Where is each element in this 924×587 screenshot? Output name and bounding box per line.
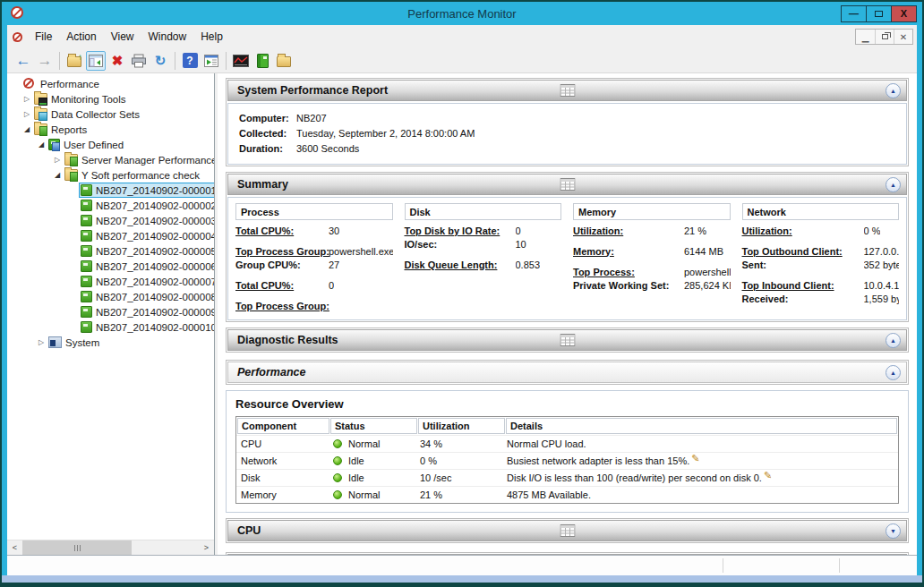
scrollbar-track[interactable] <box>22 540 199 555</box>
open-folder-button[interactable] <box>274 51 294 71</box>
field-label: Collected: <box>239 128 296 139</box>
mdi-window-controls: ▁ ✕ <box>855 29 913 45</box>
note-icon[interactable]: ✎ <box>764 470 772 481</box>
tree-horizontal-scrollbar[interactable]: < > <box>7 540 214 555</box>
collapse-button[interactable]: ▲ <box>886 83 901 98</box>
refresh-button[interactable]: ↻ <box>150 51 170 71</box>
expander-icon[interactable] <box>52 156 63 164</box>
menu-file[interactable]: File <box>28 28 59 46</box>
expander-icon[interactable] <box>52 171 63 179</box>
report-page-icon <box>81 321 92 333</box>
perfmon-icon <box>23 78 37 89</box>
column-header[interactable]: Component <box>237 418 329 434</box>
new-window-button[interactable] <box>201 51 221 71</box>
mdi-minimize-button[interactable]: ▁ <box>856 30 875 44</box>
tree-item-report-000009[interactable]: NB207_20140902-000009 <box>7 304 214 319</box>
menu-action[interactable]: Action <box>59 28 103 46</box>
performance-chart-button[interactable] <box>231 51 251 71</box>
menu-help[interactable]: Help <box>193 28 230 46</box>
tree-item-system[interactable]: System <box>7 335 214 350</box>
tree-item-report-000008[interactable]: NB207_20140902-000008 <box>7 289 214 304</box>
scroll-left-icon[interactable]: < <box>7 540 22 555</box>
tree-item-data-collector-sets[interactable]: Data Collector Sets <box>7 106 214 122</box>
summary-group-process: Process Total CPU%:30 Top Process Group:… <box>235 203 393 312</box>
table-header-row: Component Status Utilization Details <box>236 417 898 435</box>
monitoring-tools-icon <box>34 93 47 105</box>
tree-item-report-000006[interactable]: NB207_20140902-000006 <box>7 259 214 274</box>
expander-icon[interactable] <box>36 140 47 149</box>
expand-button[interactable]: ▼ <box>886 523 901 539</box>
tree-item-report-000003[interactable]: NB207_20140902-000003 <box>7 213 214 228</box>
collapse-button[interactable]: ▲ <box>886 333 901 348</box>
menu-bar: File Action View Window Help ▁ ✕ <box>7 25 917 48</box>
table-row[interactable]: CPU Normal 34 % Normal CPU load. <box>236 435 898 452</box>
tree-item-report-000010[interactable]: NB207_20140902-000010 <box>7 319 214 335</box>
column-header[interactable]: Utilization <box>418 418 505 434</box>
report-pane: System Performance Report ▲ Computer:NB2… <box>218 73 917 555</box>
status-idle-icon <box>333 456 342 465</box>
column-header[interactable]: Status <box>330 418 417 434</box>
print-button[interactable] <box>129 51 149 71</box>
tree-item-report-000001[interactable]: NB207_20140902-000001 <box>7 183 214 198</box>
tree-item-reports[interactable]: Reports <box>7 122 214 137</box>
tree-item-report-000007[interactable]: NB207_20140902-000007 <box>7 274 214 289</box>
report-page-icon <box>81 306 92 318</box>
tree-item-report-000002[interactable]: NB207_20140902-000002 <box>7 198 214 213</box>
mdi-restore-button[interactable] <box>875 30 894 44</box>
help-button[interactable]: ? <box>180 51 200 71</box>
tree-item-server-manager-performance[interactable]: Server Manager Performance <box>7 152 214 167</box>
open-folder-icon <box>277 56 291 67</box>
section-performance: Performance ▲ <box>226 360 909 385</box>
performance-chart-icon <box>233 55 249 67</box>
note-icon[interactable]: ✎ <box>691 453 699 464</box>
section-title: Summary <box>228 178 288 191</box>
toolbar-separator <box>175 52 175 70</box>
tree-item-performance[interactable]: Performance <box>7 76 214 91</box>
section-summary: Summary ▲ Process Total CPU%:30 Top Proc… <box>226 172 909 322</box>
scrollbar-thumb[interactable] <box>22 540 132 555</box>
tree-item-report-000005[interactable]: NB207_20140902-000005 <box>7 243 214 259</box>
scroll-right-icon[interactable]: > <box>199 540 214 555</box>
tree-item-user-defined[interactable]: User Defined <box>7 137 214 152</box>
table-row[interactable]: Memory Normal 21 % 4875 MB Available. <box>236 486 898 503</box>
status-normal-icon <box>333 490 342 499</box>
console-tree-toggle-button[interactable] <box>86 51 106 71</box>
collapse-button[interactable]: ▲ <box>886 365 901 380</box>
field-label: Duration: <box>239 143 296 154</box>
system-icon <box>48 336 62 348</box>
report-book-button[interactable] <box>252 51 272 71</box>
report-page-icon <box>81 291 92 302</box>
group-header: Disk <box>405 203 562 220</box>
tree-item-report-000004[interactable]: NB207_20140902-000004 <box>7 228 214 243</box>
expander-icon[interactable] <box>21 95 32 103</box>
section-header[interactable]: System Performance Report ▲ <box>227 80 907 101</box>
collected-value: Tuesday, September 2, 2014 8:00:00 AM <box>296 128 475 139</box>
section-title: CPU <box>228 524 261 537</box>
expander-icon[interactable] <box>21 125 32 133</box>
tree-item-ysoft-performance-check[interactable]: Y Soft performance check <box>7 167 214 183</box>
section-title: Diagnostic Results <box>228 334 338 346</box>
table-row[interactable]: Network Idle 0 % Busiest network adapter… <box>236 452 898 469</box>
forward-button[interactable]: → <box>35 51 55 71</box>
group-header: Process <box>235 203 393 220</box>
export-button[interactable]: ↑ <box>64 51 84 71</box>
menu-window[interactable]: Window <box>141 28 194 46</box>
column-header[interactable]: Details <box>506 418 897 434</box>
report-page-icon <box>81 215 92 226</box>
title-bar[interactable]: Performance Monitor — X <box>7 2 917 25</box>
expander-icon[interactable] <box>36 338 47 346</box>
section-header[interactable]: Diagnostic Results ▲ <box>227 329 907 351</box>
collapse-button[interactable]: ▲ <box>886 177 901 192</box>
mdi-close-button[interactable]: ✕ <box>894 30 912 44</box>
table-row[interactable]: Disk Idle 10 /sec Disk I/O is less than … <box>236 469 898 486</box>
delete-button[interactable]: ✖ <box>107 51 127 71</box>
menu-view[interactable]: View <box>104 28 141 46</box>
section-header[interactable]: Summary ▲ <box>227 174 907 195</box>
section-header[interactable]: CPU ▼ <box>227 520 907 541</box>
forward-icon: → <box>38 52 53 70</box>
section-header[interactable]: Performance ▲ <box>227 362 907 383</box>
expander-icon[interactable] <box>21 110 32 118</box>
delete-icon: ✖ <box>112 53 124 69</box>
tree-item-monitoring-tools[interactable]: Monitoring Tools <box>7 91 214 106</box>
back-button[interactable]: ← <box>13 51 33 71</box>
